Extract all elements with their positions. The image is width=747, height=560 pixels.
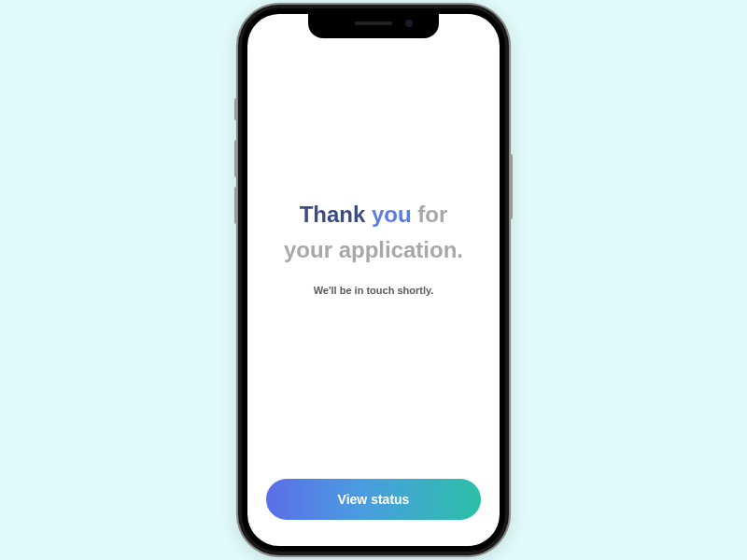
power-button bbox=[510, 154, 513, 219]
volume-up-button bbox=[234, 140, 237, 177]
headline-rest-1: for bbox=[417, 202, 447, 227]
cta-label: View status bbox=[338, 492, 410, 507]
volume-down-button bbox=[234, 187, 237, 224]
thank-you-headline: Thank you for your application. bbox=[284, 197, 463, 269]
view-status-button[interactable]: View status bbox=[266, 479, 481, 520]
headline-rest-2: your application. bbox=[284, 237, 463, 262]
phone-screen: Thank you for your application. We'll be… bbox=[247, 14, 500, 546]
phone-bezel: Thank you for your application. We'll be… bbox=[242, 8, 505, 552]
phone-notch bbox=[308, 14, 439, 38]
phone-device-frame: Thank you for your application. We'll be… bbox=[238, 5, 509, 555]
headline-you: you bbox=[372, 202, 412, 227]
subtext: We'll be in touch shortly. bbox=[314, 285, 434, 296]
headline-thank: Thank bbox=[300, 202, 366, 227]
confirmation-content: Thank you for your application. We'll be… bbox=[247, 14, 500, 479]
silence-switch bbox=[234, 98, 237, 120]
cta-area: View status bbox=[247, 479, 500, 546]
